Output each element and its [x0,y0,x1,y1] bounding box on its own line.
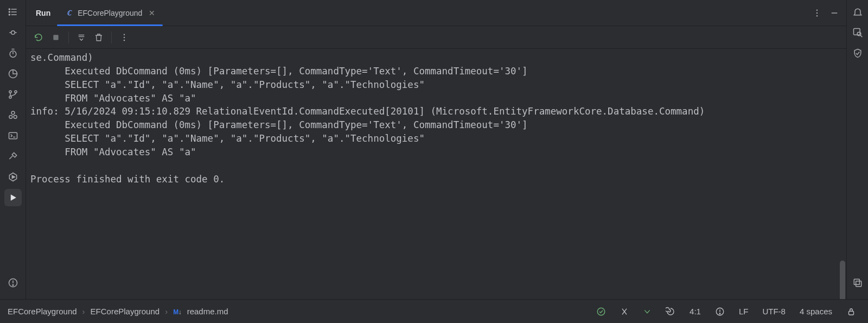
run-config-tab[interactable]: ℂ EFCorePlayground ✕ [57,0,163,26]
spiral-icon [666,307,675,316]
console-output[interactable]: se.Command) Executed DbCommand (0ms) [Pa… [26,49,846,299]
warning-icon [715,307,725,316]
project-toolwindow-button[interactable] [4,3,22,21]
more-button[interactable] [808,0,826,26]
find-button[interactable] [849,24,866,41]
line-separator[interactable]: LF [735,307,753,316]
svg-rect-41 [856,281,861,287]
run-tab-bar: Run ℂ EFCorePlayground ✕ [26,0,846,26]
chevron-right-icon: › [165,307,168,316]
close-icon[interactable]: ✕ [149,9,155,17]
file-encoding[interactable]: UTF-8 [758,307,790,316]
svg-point-36 [124,40,125,41]
run-config-tab-label: EFCorePlayground [78,9,142,17]
run-toolwindow-button[interactable] [4,189,22,206]
play-icon [8,192,18,203]
stop-icon [52,33,60,42]
svg-point-26 [12,284,14,286]
problems-toolwindow-button[interactable] [4,274,22,292]
svg-point-12 [9,91,11,93]
shield-button[interactable] [849,45,866,62]
svg-point-16 [9,115,12,118]
indent-setting[interactable]: 4 spaces [795,307,837,316]
svg-rect-40 [854,279,859,284]
run-toolbar [26,26,846,49]
play-hex-icon [8,172,18,182]
rerun-icon [34,33,43,42]
trash-icon [94,33,104,42]
chevron-down-icon [643,307,652,316]
breadcrumb-file[interactable]: readme.md [187,307,228,316]
svg-point-17 [14,115,17,118]
status-warning-indicator[interactable] [711,307,729,316]
bell-icon [852,7,863,17]
status-bar: EFCorePlayground › EFCorePlayground › M↓… [0,299,868,323]
notifications-button[interactable] [849,3,866,21]
svg-point-35 [124,36,125,37]
svg-point-15 [11,111,15,115]
cursor-position[interactable]: 4:1 [685,307,705,316]
rerun-button[interactable] [30,29,47,46]
breadcrumb-seg-0[interactable]: EFCorePlayground [8,307,77,316]
status-ok-indicator[interactable] [592,307,610,316]
commit-toolwindow-button[interactable] [4,24,22,41]
svg-rect-46 [849,311,854,315]
packages-toolwindow-button[interactable] [4,106,22,124]
run-panel: Run ℂ EFCorePlayground ✕ [26,0,846,299]
svg-point-4 [9,11,10,12]
analytics-toolwindow-button[interactable] [4,65,22,83]
separator [111,31,112,43]
svg-point-13 [9,96,11,98]
overlay-button[interactable] [849,274,866,292]
list-icon [8,7,18,17]
packages-icon [8,110,18,121]
toolbar-more-button[interactable] [116,29,132,46]
minimize-button[interactable] [826,0,843,26]
chevron-right-icon: › [82,307,85,316]
scrollbar-thumb[interactable] [840,261,845,299]
minimize-icon [829,8,839,18]
svg-point-14 [14,91,16,93]
csharp-icon: ℂ [65,9,73,17]
commit-icon [8,27,18,38]
terminal-icon [8,130,18,141]
svg-point-34 [124,34,125,35]
console-text: se.Command) Executed DbCommand (0ms) [Pa… [26,49,846,192]
breadcrumb-seg-1[interactable]: EFCorePlayground [91,307,160,316]
clear-all-button[interactable] [91,29,107,46]
left-tool-rail [0,0,26,299]
services-toolwindow-button[interactable] [4,168,22,186]
build-toolwindow-button[interactable] [4,148,22,165]
breadcrumb[interactable]: EFCorePlayground › EFCorePlayground › M↓… [8,307,228,316]
pie-icon [8,68,18,79]
svg-line-20 [9,156,12,159]
stopwatch-icon [8,48,18,59]
svg-point-3 [9,9,10,10]
status-power-save-indicator[interactable] [661,307,680,316]
check-circle-icon [596,307,606,316]
hammer-icon [8,151,18,162]
separator [68,31,69,43]
main-area: Run ℂ EFCorePlayground ✕ [0,0,868,299]
vcs-toolwindow-button[interactable] [4,86,22,103]
search-box-icon [852,27,863,38]
svg-point-29 [816,15,818,16]
scroll-to-end-button[interactable] [73,29,90,46]
more-vertical-icon [812,8,822,18]
svg-rect-31 [53,35,58,40]
svg-point-27 [816,9,818,10]
run-toolwindow-title: Run [29,0,57,26]
svg-point-28 [816,12,818,13]
status-inspection-indicator[interactable] [639,307,656,316]
svg-point-5 [9,14,10,15]
svg-rect-37 [853,29,860,35]
terminal-toolwindow-button[interactable] [4,127,22,144]
status-vcs-indicator[interactable] [616,307,633,316]
svg-marker-23 [10,194,16,201]
scroll-down-icon [76,33,86,42]
stop-button[interactable] [48,29,64,46]
readonly-toggle[interactable] [842,307,860,316]
profiler-toolwindow-button[interactable] [4,45,22,62]
svg-line-39 [860,35,862,37]
svg-point-45 [719,313,720,314]
